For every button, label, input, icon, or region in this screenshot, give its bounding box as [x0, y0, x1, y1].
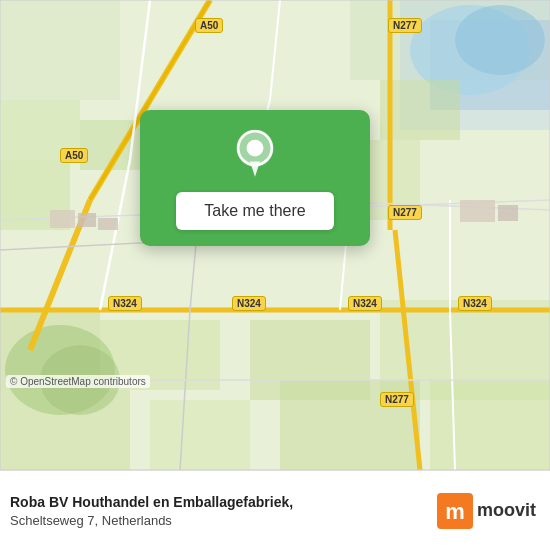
road-label-n324-left: N324 [108, 296, 142, 311]
location-pin-icon [229, 128, 281, 180]
road-label-n277-bottom: N277 [380, 392, 414, 407]
moovit-logo: m moovit [437, 493, 536, 529]
svg-rect-43 [98, 218, 118, 230]
road-label-n324-right: N324 [348, 296, 382, 311]
road-label-n324-far-right: N324 [458, 296, 492, 311]
svg-rect-21 [430, 380, 550, 470]
road-label-n277-top: N277 [388, 18, 422, 33]
location-name: Roba BV Houthandel en Emballagefabriek, [10, 493, 293, 511]
svg-rect-1 [0, 0, 120, 100]
svg-rect-18 [0, 390, 130, 470]
osm-attribution: © OpenStreetMap contributors [6, 375, 150, 388]
svg-point-6 [455, 5, 545, 75]
moovit-brand-text: moovit [477, 500, 536, 521]
road-label-n324-mid: N324 [232, 296, 266, 311]
svg-point-50 [247, 140, 264, 157]
location-popup: Take me there [140, 110, 370, 246]
bottom-bar: Roba BV Houthandel en Emballagefabriek, … [0, 470, 550, 550]
road-label-n277-mid: N277 [388, 205, 422, 220]
location-address: Scheltseweg 7, Netherlands [10, 513, 293, 528]
road-label-a50-mid: A50 [60, 148, 88, 163]
location-info: Roba BV Houthandel en Emballagefabriek, … [10, 493, 293, 528]
svg-rect-42 [78, 213, 96, 227]
road-label-a50-top: A50 [195, 18, 223, 33]
map-container: A50 A50 N277 N277 N277 N324 N324 N324 N3… [0, 0, 550, 470]
svg-marker-51 [250, 162, 260, 177]
moovit-icon: m [437, 493, 473, 529]
svg-rect-45 [498, 205, 518, 221]
svg-rect-44 [460, 200, 495, 222]
osm-attribution-text: © OpenStreetMap contributors [10, 376, 146, 387]
svg-rect-41 [50, 210, 75, 228]
take-me-there-button[interactable]: Take me there [176, 192, 333, 230]
svg-text:m: m [445, 499, 465, 524]
svg-rect-19 [150, 400, 250, 470]
